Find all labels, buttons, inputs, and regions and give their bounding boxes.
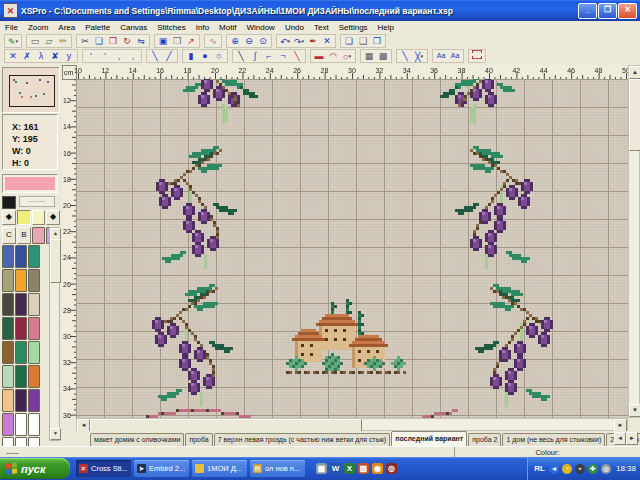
palette-swatch-21[interactable] bbox=[2, 413, 14, 436]
text-lower-tool[interactable]: Aa bbox=[448, 50, 462, 62]
blend-diamond-2-button[interactable]: ◆ bbox=[46, 210, 60, 225]
backstitch-left-tool[interactable]: ╲ bbox=[148, 50, 162, 62]
undo-tool[interactable]: ↶▾ bbox=[278, 35, 292, 47]
quarter-tl-tool[interactable]: ' bbox=[84, 50, 98, 62]
line-thin-tool[interactable]: ╲ bbox=[398, 50, 412, 62]
pattern-tab-1[interactable]: проба bbox=[185, 433, 212, 446]
edit-pencil-tool[interactable]: ✏ bbox=[56, 35, 70, 47]
minimize-button[interactable]: _ bbox=[578, 3, 597, 19]
special-stitch-5-tool[interactable]: ╲ bbox=[290, 50, 304, 62]
thread-tool[interactable]: ∿ bbox=[206, 35, 220, 47]
palette-swatch-11[interactable] bbox=[28, 317, 40, 340]
palette-swatch-8[interactable] bbox=[28, 293, 40, 316]
new-page-tool[interactable]: ❑ bbox=[356, 35, 370, 47]
palette-swatch-4[interactable] bbox=[15, 269, 27, 292]
palette-swatch-9[interactable] bbox=[2, 317, 14, 340]
select-poly-tool[interactable]: ▱ bbox=[42, 35, 56, 47]
vertical-scroll-thumb[interactable] bbox=[629, 79, 640, 151]
pattern-tab-0[interactable]: макет домик с оливочками bbox=[90, 433, 184, 446]
excel-icon[interactable]: X bbox=[344, 463, 355, 474]
palette-scrollbar[interactable]: ▲ ▼ bbox=[49, 227, 60, 441]
palette-swatch-7[interactable] bbox=[15, 293, 27, 316]
palette-swatch-18[interactable] bbox=[2, 389, 14, 412]
redo-tool[interactable]: ↷▾ bbox=[292, 35, 306, 47]
palette-swatch-10[interactable] bbox=[15, 317, 27, 340]
special-stitch-2-tool[interactable]: ʃ bbox=[248, 50, 262, 62]
tab-scroll-left-button[interactable]: ◄ bbox=[614, 432, 626, 445]
bead-arc-tool[interactable]: ◠ bbox=[326, 50, 340, 62]
pencil-tool[interactable]: ✎▾ bbox=[6, 35, 20, 47]
navigator-view-frame[interactable] bbox=[9, 75, 55, 107]
menu-area[interactable]: Area bbox=[53, 23, 80, 32]
pattern-fill-tool[interactable]: ▦ bbox=[362, 50, 376, 62]
colour-mode-button[interactable]: C bbox=[2, 227, 16, 244]
pattern-tab-2[interactable]: 7 верхн левая гроздь (с частью ниж ветки… bbox=[214, 433, 390, 446]
menu-file[interactable]: File bbox=[0, 23, 23, 32]
palette-scroll-down-button[interactable]: ▼ bbox=[50, 428, 61, 440]
palette-swatch-15[interactable] bbox=[2, 365, 14, 388]
blend-mode-button[interactable]: B bbox=[17, 227, 31, 244]
knot-open-tool[interactable]: ○ bbox=[212, 50, 226, 62]
back-tray-icon[interactable]: ◄ bbox=[549, 464, 559, 474]
menu-zoom[interactable]: Zoom bbox=[23, 23, 53, 32]
app-tray-icon[interactable]: ▪ bbox=[575, 464, 585, 474]
menu-info[interactable]: Info bbox=[191, 23, 214, 32]
horizontal-scrollbar[interactable]: ◄ ► bbox=[76, 418, 628, 431]
zoom-out-tool[interactable]: ⊖ bbox=[242, 35, 256, 47]
quarter-br-tool[interactable]: ‚ bbox=[126, 50, 140, 62]
quarter-bl-tool[interactable]: , bbox=[112, 50, 126, 62]
menu-undo[interactable]: Undo bbox=[280, 23, 309, 32]
menu-motif[interactable]: Motif bbox=[214, 23, 241, 32]
pattern-motif-tool[interactable]: ▩ bbox=[376, 50, 390, 62]
menu-window[interactable]: Window bbox=[241, 23, 279, 32]
tab-scroll-right-button[interactable]: ► bbox=[626, 432, 638, 445]
blend-pale-button[interactable] bbox=[32, 210, 46, 225]
start-button[interactable]: пуск bbox=[0, 458, 70, 479]
text-upper-tool[interactable]: Aa bbox=[434, 50, 448, 62]
word-icon[interactable]: W bbox=[330, 463, 341, 474]
half-stitch-right-tool[interactable]: ✘ bbox=[48, 50, 62, 62]
special-stitch-3-tool[interactable]: ⌐ bbox=[262, 50, 276, 62]
menu-canvas[interactable]: Canvas bbox=[115, 23, 152, 32]
knot-bar-tool[interactable]: ▮ bbox=[184, 50, 198, 62]
volume-tray-icon[interactable]: ◍ bbox=[601, 464, 611, 474]
palette-swatch-23[interactable] bbox=[28, 413, 40, 436]
stitch-color-preview[interactable] bbox=[2, 196, 16, 209]
print-tool[interactable]: ❒ bbox=[170, 35, 184, 47]
pen-tool[interactable]: ✒ bbox=[306, 35, 320, 47]
three-quarter-stitch-tool[interactable]: ✗ bbox=[20, 50, 34, 62]
update-tray-icon[interactable]: ✚ bbox=[588, 464, 598, 474]
half-stitch-left-tool[interactable]: λ bbox=[34, 50, 48, 62]
marquee-tool[interactable] bbox=[470, 50, 484, 62]
petite-stitch-tool[interactable]: y bbox=[62, 50, 76, 62]
bead-circle-tool[interactable]: ○▾ bbox=[340, 50, 354, 62]
maximize-button[interactable]: ❐ bbox=[598, 3, 617, 19]
paste-motif-tool[interactable]: ❐ bbox=[106, 35, 120, 47]
pattern-tab-5[interactable]: 1 дом (не весь для стыковки) bbox=[502, 433, 605, 446]
scroll-down-button[interactable]: ▼ bbox=[629, 404, 640, 417]
palette-header-swatch-0[interactable] bbox=[32, 227, 45, 244]
red-app-icon[interactable]: ◎ bbox=[386, 463, 397, 474]
palette-swatch-20[interactable] bbox=[28, 389, 40, 412]
image-app-icon[interactable]: ▨ bbox=[358, 463, 369, 474]
orange-app-icon[interactable]: ◉ bbox=[372, 463, 383, 474]
scroll-up-button[interactable]: ▲ bbox=[629, 66, 640, 79]
taskbar-task-2[interactable]: 1МОИ Д... bbox=[192, 460, 247, 477]
knot-filled-tool[interactable]: ● bbox=[198, 50, 212, 62]
delete-tool[interactable]: ✕ bbox=[320, 35, 334, 47]
line-cross-tool[interactable]: ╳▾ bbox=[412, 50, 426, 62]
palette-scroll-thumb[interactable] bbox=[50, 239, 61, 283]
bead-line-tool[interactable]: ▬ bbox=[312, 50, 326, 62]
select-rect-tool[interactable]: ▭ bbox=[28, 35, 42, 47]
palette-swatch-16[interactable] bbox=[15, 365, 27, 388]
flip-tool[interactable]: ⇋ bbox=[134, 35, 148, 47]
export-page-tool[interactable]: ❐ bbox=[370, 35, 384, 47]
menu-text[interactable]: Text bbox=[309, 23, 334, 32]
copy-motif-tool[interactable]: ❏ bbox=[92, 35, 106, 47]
palette-swatch-13[interactable] bbox=[15, 341, 27, 364]
quarter-tr-tool[interactable]: ’ bbox=[98, 50, 112, 62]
palette-swatch-0[interactable] bbox=[2, 245, 14, 268]
taskbar-task-3[interactable]: ▤ол нов п... bbox=[250, 460, 305, 477]
navigator-preview[interactable] bbox=[2, 67, 60, 113]
palette-swatch-14[interactable] bbox=[28, 341, 40, 364]
